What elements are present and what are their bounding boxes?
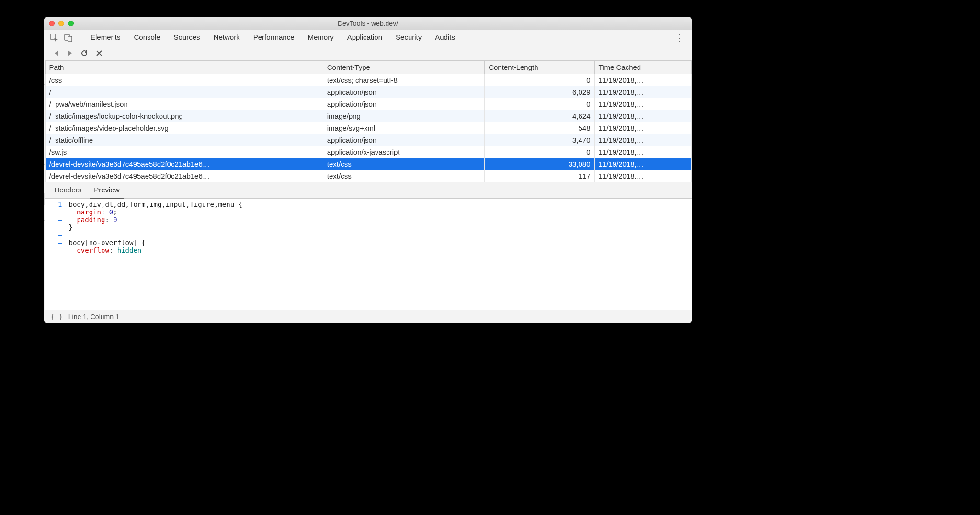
tab-console[interactable]: Console (128, 30, 166, 45)
cache-table: Path Content-Type Content-Length Time Ca… (45, 61, 692, 182)
cell-path: / (45, 86, 323, 98)
panel-tabbar: Elements Console Sources Network Perform… (44, 30, 692, 45)
cell-type: text/css (323, 158, 484, 170)
cache-storage-pane: Path Content-Type Content-Length Time Ca… (45, 45, 692, 323)
cell-type: image/png (323, 110, 484, 122)
cell-time: 11/19/2018,… (594, 158, 691, 170)
cell-time: 11/19/2018,… (594, 74, 691, 87)
inspect-element-icon[interactable] (48, 32, 60, 44)
cache-toolbar (45, 45, 692, 61)
cell-time: 11/19/2018,… (594, 170, 691, 182)
col-content-length[interactable]: Content-Length (485, 61, 594, 74)
line-gutter: 1–––––– (45, 199, 66, 310)
cell-time: 11/19/2018,… (594, 110, 691, 122)
cell-len: 33,080 (485, 158, 594, 170)
cell-type: application/json (323, 98, 484, 110)
tab-audits[interactable]: Audits (429, 30, 461, 45)
cell-len: 117 (485, 170, 594, 182)
main-area: Manifest Service Workers Clear storage S… (44, 45, 692, 323)
table-row[interactable]: /_static/images/video-placeholder.svgima… (45, 122, 691, 134)
tab-performance[interactable]: Performance (248, 30, 300, 45)
cell-time: 11/19/2018,… (594, 134, 691, 146)
cursor-position: Line 1, Column 1 (68, 313, 119, 321)
tab-security[interactable]: Security (390, 30, 427, 45)
cell-path: /css (45, 74, 323, 87)
preview-code: 1–––––– body,div,dl,dd,form,img,input,fi… (45, 199, 692, 310)
more-options-icon[interactable]: ⋮ (671, 33, 688, 43)
col-content-type[interactable]: Content-Type (323, 61, 484, 74)
detail-tab-headers[interactable]: Headers (51, 182, 86, 199)
table-row[interactable]: /_static/images/lockup-color-knockout.pn… (45, 110, 691, 122)
svg-rect-2 (68, 36, 72, 42)
window-title: DevTools - web.dev/ (44, 20, 692, 27)
cell-path: /devrel-devsite/va3e6d7c495ae58d2f0c21ab… (45, 170, 323, 182)
minimize-window-button[interactable] (58, 21, 64, 26)
cell-type: application/json (323, 134, 484, 146)
cell-path: /_static/offline (45, 134, 323, 146)
pretty-print-icon[interactable]: { } (51, 313, 63, 321)
col-time-cached[interactable]: Time Cached (594, 61, 691, 74)
cell-len: 0 (485, 98, 594, 110)
tab-sources[interactable]: Sources (168, 30, 206, 45)
cell-path: /_static/images/lockup-color-knockout.pn… (45, 110, 323, 122)
table-row[interactable]: /devrel-devsite/va3e6d7c495ae58d2f0c21ab… (45, 170, 691, 182)
window-controls (44, 21, 74, 26)
table-row[interactable]: /_static/offlineapplication/json3,47011/… (45, 134, 691, 146)
detail-tab-preview[interactable]: Preview (90, 182, 123, 199)
devtools-window: DevTools - web.dev/ Elements Console Sou… (44, 17, 692, 323)
cell-time: 11/19/2018,… (594, 122, 691, 134)
col-path[interactable]: Path (45, 61, 323, 74)
cell-len: 548 (485, 122, 594, 134)
cell-len: 3,470 (485, 134, 594, 146)
table-row[interactable]: /application/json6,02911/19/2018,… (45, 86, 691, 98)
cell-path: /_static/images/video-placeholder.svg (45, 122, 323, 134)
cell-type: text/css; charset=utf-8 (323, 74, 484, 87)
cell-path: /sw.js (45, 146, 323, 158)
table-row[interactable]: /sw.jsapplication/x-javascript011/19/201… (45, 146, 691, 158)
cell-time: 11/19/2018,… (594, 98, 691, 110)
refresh-icon[interactable] (80, 49, 88, 57)
titlebar: DevTools - web.dev/ (44, 17, 692, 30)
nav-back-icon[interactable] (54, 50, 59, 56)
device-mode-icon[interactable] (62, 32, 75, 44)
table-row[interactable]: /_pwa/web/manifest.jsonapplication/json0… (45, 98, 691, 110)
cell-len: 4,624 (485, 110, 594, 122)
cell-len: 0 (485, 146, 594, 158)
cell-type: application/json (323, 86, 484, 98)
code-content[interactable]: body,div,dl,dd,form,img,input,figure,men… (66, 199, 692, 310)
cell-len: 6,029 (485, 86, 594, 98)
cell-type: image/svg+xml (323, 122, 484, 134)
detail-tabs: Headers Preview (45, 182, 692, 199)
cell-path: /devrel-devsite/va3e6d7c495ae58d2f0c21ab… (45, 158, 323, 170)
cell-time: 11/19/2018,… (594, 86, 691, 98)
tab-network[interactable]: Network (208, 30, 246, 45)
status-bar: { } Line 1, Column 1 (45, 310, 692, 323)
maximize-window-button[interactable] (68, 21, 74, 26)
separator (80, 33, 80, 43)
cell-len: 0 (485, 74, 594, 87)
cell-type: application/x-javascript (323, 146, 484, 158)
tab-application[interactable]: Application (342, 30, 388, 45)
cell-path: /_pwa/web/manifest.json (45, 98, 323, 110)
tab-memory[interactable]: Memory (302, 30, 340, 45)
nav-forward-icon[interactable] (67, 50, 73, 56)
close-window-button[interactable] (49, 21, 55, 26)
tab-elements[interactable]: Elements (85, 30, 126, 45)
table-row[interactable]: /csstext/css; charset=utf-8011/19/2018,… (45, 74, 691, 87)
cell-type: text/css (323, 170, 484, 182)
delete-icon[interactable] (96, 50, 103, 56)
table-row[interactable]: /devrel-devsite/va3e6d7c495ae58d2f0c21ab… (45, 158, 691, 170)
cell-time: 11/19/2018,… (594, 146, 691, 158)
